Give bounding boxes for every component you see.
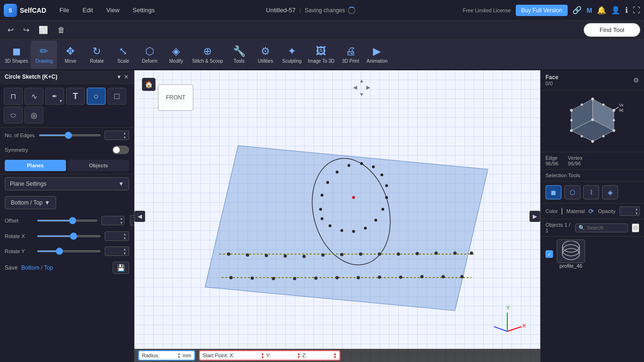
y-coord-input[interactable]: 183.8 (272, 353, 295, 358)
tool-modify[interactable]: ◈ Modify (163, 41, 189, 69)
circle-tool-button[interactable]: ○ (87, 88, 106, 105)
undo-button[interactable]: ↩ (4, 24, 17, 36)
tool-3d-print[interactable]: 🖨 3D Print (338, 41, 364, 69)
tool-scale-label: Scale (117, 58, 129, 64)
tool-drawing[interactable]: ✏ Drawing (31, 41, 57, 69)
square-tool-button[interactable]: □ (107, 88, 126, 105)
offset-up[interactable]: ▲ (119, 216, 124, 221)
no-of-edges-input[interactable]: 32 (105, 132, 122, 139)
tool-modify-label: Modify (169, 58, 183, 64)
y-down[interactable]: ▼ (297, 355, 300, 359)
sel-face-button[interactable]: ⬡ (564, 185, 580, 199)
compass-right: ▶ (366, 84, 370, 90)
info-icon[interactable]: ℹ (625, 6, 628, 15)
offset-down[interactable]: ▼ (119, 221, 124, 225)
plane-settings-dropdown[interactable]: Plane Settings ▼ (5, 177, 129, 190)
tool-move[interactable]: ✥ Move (57, 41, 83, 69)
rotate-y-down[interactable]: ▼ (122, 251, 127, 255)
material-icon[interactable]: ⟳ (588, 207, 594, 215)
rotate-y-slider[interactable] (37, 250, 101, 252)
opacity-down[interactable]: ▼ (634, 211, 639, 215)
home-button[interactable]: 🏠 (142, 78, 156, 91)
no-of-edges-up[interactable]: ▲ (122, 131, 127, 135)
tool-utilities[interactable]: ⚙ Utilities (252, 41, 279, 69)
x-up[interactable]: ▲ (261, 352, 264, 355)
view-menu[interactable]: View (102, 5, 123, 16)
y-label: Y: (266, 353, 271, 358)
delete-button[interactable]: 🗑 (54, 24, 69, 36)
tool-sculpting[interactable]: ✦ Sculpting (279, 41, 305, 69)
rotate-y-input[interactable]: -60 (105, 247, 122, 255)
rotate-x-slider[interactable] (37, 235, 101, 237)
color-picker[interactable] (561, 207, 562, 215)
opacity-input[interactable]: 100 (620, 207, 634, 215)
tool-deform[interactable]: ⬡ Deform (136, 41, 163, 69)
offset-slider[interactable] (37, 220, 98, 222)
svg-point-55 (442, 275, 445, 279)
z-down[interactable]: ▼ (333, 355, 337, 359)
offset-input[interactable]: 300 (102, 217, 119, 224)
opacity-up[interactable]: ▲ (634, 207, 639, 211)
sel-object-button[interactable]: ◼ (545, 185, 561, 199)
offset-toggle-button[interactable]: 🌙 (130, 215, 134, 226)
no-of-edges-down[interactable]: ▼ (122, 135, 127, 140)
rotate-x-down[interactable]: ▼ (122, 236, 127, 240)
tool-image-to-3d[interactable]: 🖼 Image To 3D (305, 41, 338, 69)
m-icon[interactable]: M (586, 7, 592, 14)
y-up[interactable]: ▲ (297, 352, 300, 355)
bottom-top-label: Bottom / Top (11, 199, 42, 206)
bell-icon[interactable]: 🔔 (597, 6, 606, 15)
z-up[interactable]: ▲ (333, 352, 337, 355)
radius-up[interactable]: ▲ (177, 352, 181, 355)
symmetry-toggle[interactable] (112, 146, 129, 154)
text-tool-button[interactable]: T (66, 88, 85, 105)
rotate-x-input[interactable]: 30 (105, 232, 122, 240)
rect-tool-button[interactable]: ⊓ (4, 88, 23, 105)
bottom-top-button[interactable]: Bottom / Top ▼ (5, 196, 56, 209)
rotate-x-up[interactable]: ▲ (122, 232, 127, 236)
objects-settings-button[interactable]: ⚙ (632, 223, 639, 232)
nav-right-arrow[interactable]: ▶ (529, 211, 540, 222)
panel-dropdown-arrow[interactable]: ▼ (116, 74, 122, 80)
no-of-edges-slider[interactable] (39, 134, 101, 136)
x-coord-input[interactable]: 132.8 (236, 353, 259, 358)
target-tool-button[interactable]: ◎ (25, 107, 43, 123)
panel-close-button[interactable]: ✕ (124, 73, 129, 81)
planes-tab[interactable]: Planes (5, 160, 66, 171)
tool-animation[interactable]: ▶ Animation (364, 41, 390, 69)
ellipse-tool-button[interactable]: ⬭ (4, 107, 23, 123)
fullscreen-icon[interactable]: ⛶ (633, 6, 640, 15)
search-input[interactable] (587, 225, 625, 230)
tool-tools[interactable]: 🔧 Tools (226, 41, 252, 69)
save-icon-button[interactable]: 💾 (113, 262, 129, 274)
x-down[interactable]: ▼ (261, 355, 264, 359)
tool-3d-shapes[interactable]: ◼ 3D Shapes (2, 41, 31, 69)
curve-tool-button[interactable]: ∿ (25, 88, 43, 105)
tool-rotate[interactable]: ↻ Rotate (83, 41, 110, 69)
object-list-item[interactable]: ✓ profile_46 (541, 237, 644, 272)
buy-full-version-button[interactable]: Buy Full Version (516, 5, 568, 16)
edit-menu[interactable]: Edit (79, 5, 97, 16)
file-menu[interactable]: File (56, 5, 73, 16)
tool-scale[interactable]: ⤡ Scale (110, 41, 136, 69)
viewport[interactable]: ◀ ▶ 🏠 ▲ ◀ ▶ ▼ FRONT (134, 70, 540, 362)
duplicate-button[interactable]: ⬜ (35, 24, 52, 36)
pen-tool-button[interactable]: ✒▼ (45, 88, 64, 105)
face-gear-button[interactable]: ⚙ (633, 76, 639, 84)
objects-tab[interactable]: Objects (68, 160, 129, 171)
z-coord-input[interactable]: -98.6 (309, 353, 331, 358)
settings-menu[interactable]: Settings (129, 5, 158, 16)
radius-input[interactable]: 0 (161, 353, 175, 358)
radius-down[interactable]: ▼ (177, 355, 181, 359)
user-icon[interactable]: 👤 (611, 6, 620, 15)
share-icon[interactable]: 🔗 (572, 6, 582, 15)
sel-vertex-button[interactable]: ◈ (602, 185, 618, 199)
rotate-y-up[interactable]: ▲ (122, 247, 127, 251)
app-logo[interactable]: S SelfCAD (4, 4, 46, 17)
sel-edge-button[interactable]: ⌇ (583, 185, 599, 199)
nav-left-arrow[interactable]: ◀ (134, 211, 145, 222)
redo-button[interactable]: ↪ (19, 24, 33, 36)
tool-stitch-scoop[interactable]: ⊕ Stitch & Scoop (189, 41, 226, 69)
bottom-top-link[interactable]: Bottom / Top (21, 264, 109, 271)
find-tool-button[interactable]: Find Tool (584, 23, 640, 37)
